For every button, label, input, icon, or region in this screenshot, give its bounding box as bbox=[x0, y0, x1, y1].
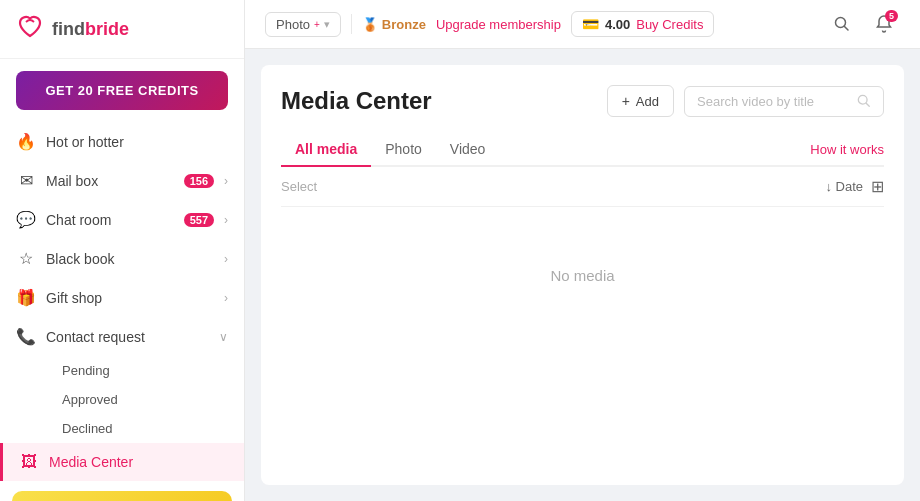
photo-label: Photo bbox=[276, 17, 310, 32]
mail-badge: 156 bbox=[184, 174, 214, 188]
chat-icon: 💬 bbox=[16, 210, 36, 229]
subnav-declined[interactable]: Declined bbox=[46, 414, 244, 443]
grid-view-icon[interactable]: ⊞ bbox=[871, 177, 884, 196]
no-media-message: No media bbox=[281, 207, 884, 344]
chevron-right-icon: › bbox=[224, 213, 228, 227]
notification-count: 5 bbox=[885, 10, 898, 22]
photo-button[interactable]: Photo + ▾ bbox=[265, 12, 341, 37]
search-placeholder: Search video by title bbox=[697, 94, 814, 109]
add-label: Add bbox=[636, 94, 659, 109]
contact-subnav: Pending Approved Declined bbox=[0, 356, 244, 443]
logo-icon bbox=[16, 12, 44, 46]
get-credits-button[interactable]: GET 20 FREE CREDITS bbox=[16, 71, 228, 110]
contact-icon: 📞 bbox=[16, 327, 36, 346]
gift-icon: 🎁 bbox=[16, 288, 36, 307]
sidebar-item-mail-box[interactable]: ✉ Mail box 156 › bbox=[0, 161, 244, 200]
media-header: Media Center + Add Search video by title bbox=[281, 85, 884, 117]
logo-text: findbride bbox=[52, 19, 129, 40]
sidebar-label-chat: Chat room bbox=[46, 212, 174, 228]
sidebar: findbride GET 20 FREE CREDITS 🔥 Hot or h… bbox=[0, 0, 245, 501]
sidebar-label-mail: Mail box bbox=[46, 173, 174, 189]
buy-credits-link[interactable]: Buy Credits bbox=[636, 17, 703, 32]
tabs-row: All media Photo Video How it works bbox=[281, 133, 884, 167]
media-center-panel: Media Center + Add Search video by title bbox=[261, 65, 904, 485]
sidebar-item-chat-room[interactable]: 💬 Chat room 557 › bbox=[0, 200, 244, 239]
chevron-right-icon: › bbox=[224, 291, 228, 305]
plus-icon: + bbox=[314, 19, 320, 30]
easter-banner: HAPPYORTHODOXEASTER! bbox=[12, 491, 232, 501]
tab-all-media[interactable]: All media bbox=[281, 133, 371, 167]
subnav-pending[interactable]: Pending bbox=[46, 356, 244, 385]
star-icon: ☆ bbox=[16, 249, 36, 268]
divider bbox=[351, 14, 352, 34]
sidebar-label-giftshop: Gift shop bbox=[46, 290, 214, 306]
chevron-down-icon: ∨ bbox=[219, 330, 228, 344]
chevron-right-icon: › bbox=[224, 252, 228, 266]
filter-row: Select ↓ Date ⊞ bbox=[281, 167, 884, 207]
svg-line-3 bbox=[866, 103, 869, 106]
chat-badge: 557 bbox=[184, 213, 214, 227]
sidebar-label-hot: Hot or hotter bbox=[46, 134, 228, 150]
page-title: Media Center bbox=[281, 87, 432, 115]
photo-chevron-icon: ▾ bbox=[324, 18, 330, 31]
credits-icon: 💳 bbox=[582, 16, 599, 32]
search-media-input[interactable]: Search video by title bbox=[684, 86, 884, 117]
bronze-label: Bronze bbox=[382, 17, 426, 32]
fire-icon: 🔥 bbox=[16, 132, 36, 151]
bronze-emoji: 🥉 bbox=[362, 17, 378, 32]
upgrade-link[interactable]: Upgrade membership bbox=[436, 17, 561, 32]
logo-area: findbride bbox=[0, 0, 244, 59]
chevron-right-icon: › bbox=[224, 174, 228, 188]
mail-icon: ✉ bbox=[16, 171, 36, 190]
add-button[interactable]: + Add bbox=[607, 85, 674, 117]
notifications-button[interactable]: 5 bbox=[868, 8, 900, 40]
content-area: Media Center + Add Search video by title bbox=[245, 49, 920, 501]
sidebar-item-gift-shop[interactable]: 🎁 Gift shop › bbox=[0, 278, 244, 317]
top-bar: Photo + ▾ 🥉 Bronze Upgrade membership 💳 … bbox=[245, 0, 920, 49]
sidebar-label-media: Media Center bbox=[49, 454, 228, 470]
subnav-approved[interactable]: Approved bbox=[46, 385, 244, 414]
sidebar-item-contact-request[interactable]: 📞 Contact request ∨ bbox=[0, 317, 244, 356]
select-label[interactable]: Select bbox=[281, 179, 317, 194]
sidebar-item-black-book[interactable]: ☆ Black book › bbox=[0, 239, 244, 278]
svg-line-1 bbox=[845, 27, 849, 31]
date-sort-button[interactable]: ↓ Date bbox=[825, 179, 863, 194]
bronze-badge: 🥉 Bronze bbox=[362, 17, 426, 32]
tab-video[interactable]: Video bbox=[436, 133, 500, 167]
tab-photo[interactable]: Photo bbox=[371, 133, 436, 167]
how-it-works-link[interactable]: How it works bbox=[810, 142, 884, 157]
credits-area: 💳 4.00 Buy Credits bbox=[571, 11, 715, 37]
main-content: Photo + ▾ 🥉 Bronze Upgrade membership 💳 … bbox=[245, 0, 920, 501]
sidebar-label-blackbook: Black book bbox=[46, 251, 214, 267]
sidebar-item-media-center[interactable]: 🖼 Media Center bbox=[0, 443, 244, 481]
sidebar-label-contact: Contact request bbox=[46, 329, 209, 345]
sidebar-item-hot-or-hotter[interactable]: 🔥 Hot or hotter bbox=[0, 122, 244, 161]
add-plus-icon: + bbox=[622, 93, 630, 109]
search-button[interactable] bbox=[826, 8, 858, 40]
credits-value: 4.00 bbox=[605, 17, 630, 32]
media-icon: 🖼 bbox=[19, 453, 39, 471]
